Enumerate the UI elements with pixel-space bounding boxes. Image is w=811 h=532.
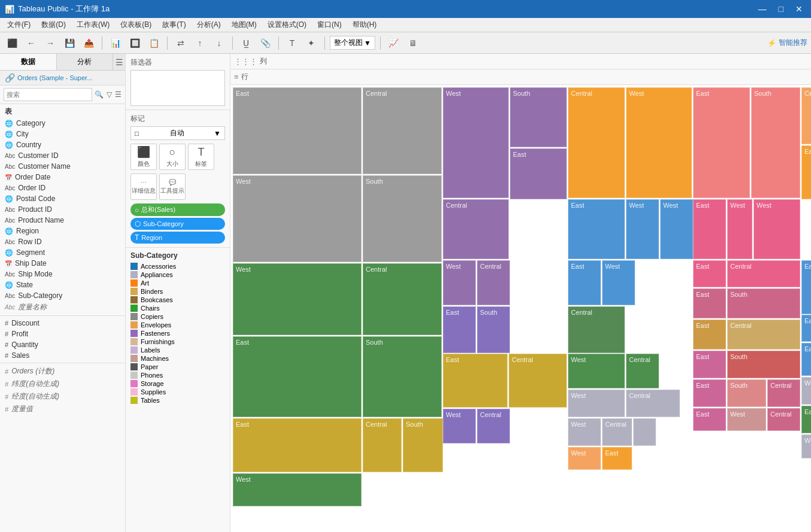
treemap-cell[interactable]: West: [443, 87, 509, 198]
toolbar-back[interactable]: ←: [23, 35, 40, 51]
treemap-cell[interactable]: West: [568, 354, 625, 388]
toolbar-t[interactable]: T: [284, 35, 300, 51]
menu-story[interactable]: 故事(T): [157, 19, 190, 31]
treemap-cell[interactable]: South: [727, 288, 800, 318]
toolbar-home[interactable]: ⬛: [4, 35, 20, 51]
treemap-cell[interactable]: East: [801, 406, 811, 433]
treemap-cell[interactable]: Central: [363, 418, 402, 472]
treemap-cell[interactable]: Central: [602, 418, 632, 446]
treemap-cell[interactable]: Central: [509, 354, 567, 408]
treemap-cell[interactable]: East: [443, 354, 508, 408]
field-customer-id[interactable]: AbcCustomer ID: [0, 150, 125, 161]
marks-tooltip-btn[interactable]: 💬 工具提示: [159, 174, 186, 200]
field-segment[interactable]: 🌐Segment: [0, 247, 125, 258]
treemap-cell[interactable]: West: [233, 175, 362, 262]
field-ship-date[interactable]: 📅Ship Date: [0, 258, 125, 269]
treemap-cell[interactable]: Central: [767, 408, 800, 431]
menu-dashboard[interactable]: 仪表板(B): [116, 19, 156, 31]
menu-window[interactable]: 窗口(N): [312, 19, 347, 31]
sort-btn[interactable]: ☰: [115, 89, 122, 101]
treemap-cell[interactable]: Central: [801, 87, 811, 144]
field-country[interactable]: 🌐Country: [0, 139, 125, 150]
treemap-cell[interactable]: West: [602, 260, 635, 305]
treemap-cell[interactable]: East: [801, 260, 811, 314]
treemap-cell[interactable]: South: [477, 306, 510, 353]
treemap-cell[interactable]: East: [233, 87, 362, 174]
search-btn[interactable]: 🔍: [95, 89, 104, 101]
treemap-cell[interactable]: East: [801, 343, 811, 376]
treemap-cell[interactable]: South: [510, 87, 567, 147]
marks-size-btn[interactable]: ○ 大小: [159, 144, 186, 170]
treemap-cell[interactable]: Central: [727, 320, 800, 349]
toolbar-paperclip[interactable]: 📎: [257, 35, 274, 51]
field-profit[interactable]: #Profit: [0, 329, 125, 339]
tab-analysis[interactable]: 分析: [57, 54, 114, 70]
menu-data[interactable]: 数据(D): [37, 19, 71, 31]
field-category[interactable]: 🌐Category: [0, 118, 125, 129]
toolbar-chart3[interactable]: 📋: [145, 35, 162, 51]
treemap-cell[interactable]: East: [801, 145, 811, 199]
treemap-cell[interactable]: South: [727, 351, 800, 378]
treemap-cell[interactable]: East: [693, 288, 726, 318]
treemap-cell[interactable]: Central: [626, 354, 659, 388]
left-panel-menu[interactable]: ☰: [113, 54, 125, 70]
toolbar-forward[interactable]: →: [42, 35, 59, 51]
treemap-cell[interactable]: South: [363, 336, 442, 417]
treemap-cell[interactable]: West: [443, 260, 476, 305]
treemap-cell[interactable]: East: [568, 260, 601, 305]
field-orders-count[interactable]: #Orders (计数): [0, 365, 125, 378]
field-row-id[interactable]: AbcRow ID: [0, 236, 125, 247]
field-sub-category[interactable]: AbcSub-Category: [0, 290, 125, 301]
treemap-cell[interactable]: East: [568, 199, 625, 259]
field-order-date[interactable]: 📅Order Date: [0, 172, 125, 183]
treemap-cell[interactable]: West: [754, 199, 800, 259]
treemap-cell[interactable]: West: [568, 418, 601, 446]
treemap-cell[interactable]: West: [626, 87, 692, 198]
treemap-cell[interactable]: East: [693, 320, 726, 349]
data-source-label[interactable]: Orders (Sample - Super...: [17, 74, 92, 81]
treemap-cell[interactable]: West: [727, 408, 766, 431]
menu-map[interactable]: 地图(M): [227, 19, 262, 31]
treemap-cell[interactable]: Central: [477, 409, 510, 443]
treemap-cell[interactable]: West: [801, 434, 811, 458]
treemap-cell[interactable]: South: [403, 418, 443, 472]
menu-analysis[interactable]: 分析(A): [192, 19, 226, 31]
marks-pill-subcategory[interactable]: ⬡ Sub-Category: [130, 218, 225, 230]
treemap-cell[interactable]: East: [602, 447, 632, 470]
marks-pill-sales[interactable]: ○ 总和(Sales): [130, 203, 225, 216]
toolbar-publish[interactable]: 📤: [80, 35, 97, 51]
treemap-cell[interactable]: East: [693, 260, 726, 287]
field-latitude[interactable]: #纬度(自动生成): [0, 378, 125, 390]
field-measure-name[interactable]: Abc度量名称: [0, 301, 125, 314]
search-input[interactable]: [4, 88, 92, 101]
treemap-cell[interactable]: East: [443, 306, 476, 353]
toolbar-sort-asc[interactable]: ↑: [192, 35, 208, 51]
field-product-name[interactable]: AbcProduct Name: [0, 215, 125, 226]
filter-drop-zone[interactable]: [130, 70, 225, 106]
tab-data[interactable]: 数据: [0, 54, 57, 70]
treemap-cell[interactable]: West: [233, 263, 362, 335]
treemap-cell[interactable]: West: [568, 447, 601, 470]
treemap-cell[interactable]: East: [233, 418, 362, 472]
marks-pill-region[interactable]: T Region: [130, 232, 225, 244]
toolbar-monitor[interactable]: 🖥: [405, 35, 421, 51]
treemap-cell[interactable]: Central: [626, 390, 680, 417]
treemap-cell[interactable]: West: [233, 473, 362, 506]
treemap-cell[interactable]: West: [626, 199, 659, 259]
treemap-cell[interactable]: West: [801, 377, 811, 405]
treemap-cell[interactable]: Central: [363, 263, 442, 335]
menu-file[interactable]: 文件(F): [2, 19, 35, 31]
marks-type-dropdown[interactable]: □ 自动 ▼: [130, 126, 225, 140]
treemap-cell[interactable]: East: [693, 351, 726, 378]
window-controls[interactable]: — □ ✕: [755, 3, 806, 15]
treemap-cell[interactable]: Central: [767, 379, 800, 407]
menu-help[interactable]: 帮助(H): [348, 19, 382, 31]
close-btn[interactable]: ✕: [792, 3, 806, 15]
toolbar-chart4[interactable]: 📈: [385, 35, 402, 51]
treemap-cell[interactable]: South: [751, 87, 800, 198]
treemap-cell[interactable]: East: [693, 199, 726, 259]
field-city[interactable]: 🌐City: [0, 129, 125, 139]
toolbar-sort-desc[interactable]: ↓: [211, 35, 227, 51]
field-region[interactable]: 🌐Region: [0, 226, 125, 236]
marks-color-btn[interactable]: ⬛ 颜色: [130, 144, 157, 170]
